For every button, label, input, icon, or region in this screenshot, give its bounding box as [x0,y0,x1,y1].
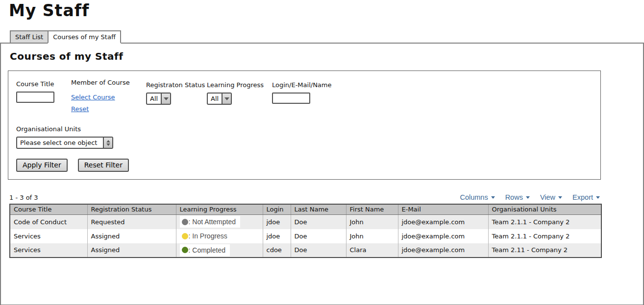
first-name-cell: John [346,229,398,243]
org-units-cell: Team 2.1.1 - Company 2 [488,215,601,229]
dropdown-arrow-button[interactable] [161,94,170,104]
course-title-filter: Course Title [16,80,54,103]
registration-status-select[interactable]: All [146,93,171,105]
registration-status-value: All [147,94,161,104]
email-cell: jdoe@example.com [398,215,488,229]
table-row: ServicesAssigned: CompletedcdoeDoeClaraj… [10,243,601,258]
learning-progress-cell: : In Progress [176,229,263,243]
select-course-link[interactable]: Select Course [71,94,115,101]
first-name-cell: John [346,215,398,229]
member-of-course-filter: Member of Course Select Course Reset [71,79,130,113]
column-header: Registration Status [87,204,176,215]
table-toolbar: Columns Rows View Export [460,193,600,201]
organisational-units-filter: Organisational Units Please select one o… [16,125,113,149]
first-name-cell: Clara [346,243,398,258]
email-cell: jdoe@example.com [398,243,488,258]
courses-panel: Courses of my Staff Course Title Member … [0,43,644,305]
tab-courses-of-my-staff[interactable]: Courses of my Staff [48,30,121,44]
email-cell: jdoe@example.com [398,229,488,243]
org-units-cell: Team 2.1.1 - Company 2 [488,229,601,243]
registration-status-label: Registraton Status [146,81,205,89]
chevron-down-icon [558,196,562,199]
chevron-down-icon [224,97,229,100]
learning-progress-value: All [208,94,222,104]
table-body: Code of ConductRequested: Not Attemptedj… [10,215,601,258]
course-title-cell: Code of Conduct [10,215,87,229]
progress-status-label: : In Progress [189,232,227,240]
learning-progress-cell: : Completed [176,243,263,258]
progress-status-dot-icon [182,233,188,239]
export-menu[interactable]: Export [572,193,600,201]
learning-progress-filter: Learning Progress All [207,81,264,105]
login-cell: jdoe [263,229,291,243]
column-header: First Name [346,204,398,215]
organisational-units-select[interactable]: Please select one object [16,137,113,149]
learning-progress-label: Learning Progress [207,81,264,89]
apply-filter-button[interactable]: Apply Filter [16,159,68,172]
organisational-units-value: Please select one object [17,138,103,148]
chevron-down-icon [164,97,169,100]
login-email-name-input[interactable] [272,93,310,104]
view-menu[interactable]: View [540,193,562,201]
column-header: E-Mail [398,204,488,215]
course-title-cell: Services [10,243,87,258]
login-cell: jdoe [263,215,291,229]
progress-status-dot-icon [182,219,188,225]
column-header: Login [263,204,291,215]
progress-status-dot-icon [182,247,188,253]
login-email-name-label: Login/E-Mail/Name [272,81,332,89]
table-row: Code of ConductRequested: Not Attemptedj… [10,215,601,229]
reset-course-link[interactable]: Reset [71,105,89,113]
filter-box: Course Title Member of Course Select Cou… [8,70,601,180]
registration-status-cell: Assigned [87,229,176,243]
reset-filter-button[interactable]: Reset Filter [78,159,129,172]
dropdown-arrow-button[interactable] [222,94,231,104]
filter-actions: Apply Filter Reset Filter [16,159,129,172]
member-of-course-label: Member of Course [71,79,130,86]
last-name-cell: Doe [291,243,346,258]
progress-badge: : Completed [180,244,230,256]
course-title-cell: Services [10,229,87,243]
login-email-name-filter: Login/E-Mail/Name [272,81,332,104]
courses-table: Course TitleRegistration StatusLearning … [9,204,602,258]
org-units-cell: Team 2.11 - Company 2 [488,243,601,258]
progress-badge: : In Progress [180,230,232,242]
column-header: Learning Progress [176,204,263,215]
table-header-row: Course TitleRegistration StatusLearning … [10,204,601,215]
chevron-down-icon [491,196,495,199]
column-header: Course Title [10,204,87,215]
login-cell: cdoe [263,243,291,258]
page-title: My Staff [9,0,644,20]
progress-status-label: : Not Attempted [189,218,236,226]
learning-progress-select[interactable]: All [207,93,232,105]
organisational-units-label: Organisational Units [16,125,113,133]
rows-menu[interactable]: Rows [505,193,530,201]
column-header: Last Name [291,204,346,215]
results-bar: 1 - 3 of 3 Columns Rows View Export [9,193,600,201]
table-row: ServicesAssigned: In ProgressjdoeDoeJohn… [10,229,601,243]
rows-menu-label: Rows [505,193,523,201]
spinner-button[interactable] [103,138,112,148]
course-title-input[interactable] [16,92,54,103]
chevron-down-icon [596,196,600,199]
tab-bar: Staff List Courses of my Staff [10,30,644,44]
registration-status-cell: Assigned [87,243,176,258]
export-menu-label: Export [572,193,593,201]
panel-heading: Courses of my Staff [10,50,643,62]
progress-badge: : Not Attempted [180,216,241,228]
last-name-cell: Doe [291,229,346,243]
progress-status-label: : Completed [189,246,225,254]
columns-menu-label: Columns [460,193,488,201]
columns-menu[interactable]: Columns [460,193,495,201]
registration-status-cell: Requested [87,215,176,229]
learning-progress-cell: : Not Attempted [176,215,263,229]
course-title-label: Course Title [16,80,54,88]
tab-staff-list[interactable]: Staff List [10,30,49,44]
registration-status-filter: Registraton Status All [146,81,205,105]
chevron-down-icon [526,196,530,199]
result-count: 1 - 3 of 3 [9,194,38,201]
up-down-arrows-icon [106,140,110,146]
view-menu-label: View [540,193,555,201]
column-header: Organisational Units [488,204,601,215]
last-name-cell: Doe [291,215,346,229]
